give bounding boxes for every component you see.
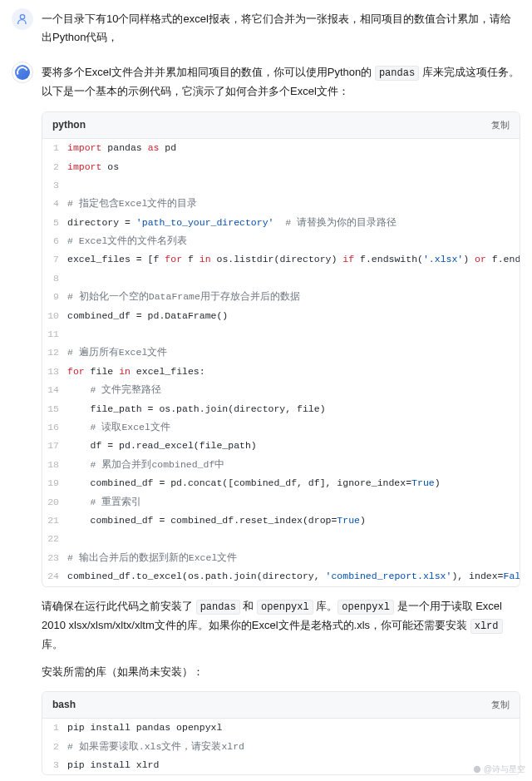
code-body[interactable]: 1pip install pandas openpyxl 2# 如果需要读取.x… <box>42 719 520 774</box>
user-avatar <box>12 8 33 30</box>
code-lang-label: bash <box>52 697 76 713</box>
copy-button[interactable]: 复制 <box>491 698 510 713</box>
svg-point-1 <box>474 766 480 773</box>
inline-code: pandas <box>375 66 419 81</box>
code-lang-label: python <box>52 117 86 133</box>
code-header: python 复制 <box>42 112 520 139</box>
copy-button[interactable]: 复制 <box>491 118 510 133</box>
user-message: 一个目录下有10个同样格式的excel报表，将它们合并为一张报表，相同项目的数值… <box>12 8 520 47</box>
svg-point-0 <box>20 15 24 19</box>
bot-intro: 要将多个Excel文件合并并累加相同项目的数值，你可以使用Python的 pan… <box>42 63 520 101</box>
user-text: 一个目录下有10个同样格式的excel报表，将它们合并为一张报表，相同项目的数值… <box>42 10 520 47</box>
bot-avatar <box>12 62 33 83</box>
user-icon <box>16 12 29 26</box>
code-body[interactable]: 1import pandas as pd 2import os 3 4# 指定包… <box>42 139 520 586</box>
bot-message: 要将多个Excel文件合并并累加相同项目的数值，你可以使用Python的 pan… <box>12 62 520 781</box>
code-block-python: python 复制 1import pandas as pd 2import o… <box>42 111 520 587</box>
watermark: @诗与星空 <box>473 763 525 776</box>
code-block-bash: bash 复制 1pip install pandas openpyxl 2# … <box>42 691 520 775</box>
watermark-icon <box>473 765 481 774</box>
bot-logo-icon <box>15 65 30 80</box>
code-header: bash 复制 <box>42 692 520 719</box>
install-paragraph: 请确保在运行此代码之前安装了 pandas 和 openpyxl 库。openp… <box>42 597 520 655</box>
install-title: 安装所需的库（如果尚未安装）： <box>42 664 520 681</box>
